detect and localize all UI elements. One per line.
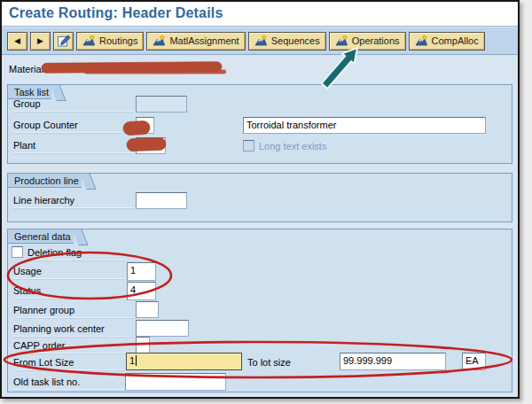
usage-field[interactable]: 1 bbox=[127, 262, 156, 281]
screenshot-stage: Create Routing: Header Details ◀ ▶ bbox=[0, 0, 532, 404]
next-screen-button[interactable]: ▶ bbox=[30, 32, 51, 50]
text-cursor bbox=[136, 355, 137, 366]
line-hierarchy-label: Line hierarchy bbox=[13, 194, 134, 208]
to-lot-size-field[interactable]: 99.999.999 bbox=[340, 353, 446, 370]
sequences-button[interactable]: Sequences bbox=[248, 32, 326, 50]
routings-button[interactable]: Routings bbox=[76, 32, 144, 50]
task-list-tab: Task list bbox=[7, 84, 51, 99]
old-task-list-label: Old task list no. bbox=[13, 376, 125, 390]
long-text-exists-checkbox[interactable] bbox=[243, 140, 254, 152]
previous-screen-button[interactable]: ◀ bbox=[7, 32, 27, 50]
task-list-groupbox: Task list Group Group Counter 1 Plant To… bbox=[7, 84, 512, 164]
person-overview-icon bbox=[153, 35, 166, 46]
group-counter-field[interactable]: 1 bbox=[136, 117, 154, 134]
planner-group-label: Planner group bbox=[13, 304, 134, 318]
plant-field[interactable] bbox=[136, 137, 166, 154]
from-lot-size-label: From Lot Size bbox=[13, 356, 124, 370]
title-bar: Create Routing: Header Details bbox=[2, 2, 518, 27]
person-overview-icon bbox=[82, 35, 96, 46]
group-counter-label: Group Counter bbox=[13, 119, 134, 133]
arrow-left-icon: ◀ bbox=[14, 36, 20, 45]
material-label: Material bbox=[9, 63, 43, 77]
sequences-button-label: Sequences bbox=[271, 35, 320, 46]
operations-button[interactable]: Operations bbox=[329, 32, 406, 50]
comp-alloc-button[interactable]: CompAlloc bbox=[409, 32, 485, 50]
application-toolbar: ◀ ▶ Routings bbox=[2, 27, 518, 55]
general-data-tab: General data bbox=[7, 229, 74, 244]
unit-field[interactable]: EA bbox=[462, 353, 486, 370]
status-field[interactable]: 4 bbox=[127, 282, 156, 300]
material-assignment-button[interactable]: MatlAssignment bbox=[146, 32, 245, 50]
from-lot-size-value: 1 bbox=[129, 355, 135, 366]
old-task-list-field[interactable] bbox=[125, 373, 226, 391]
comp-alloc-button-label: CompAlloc bbox=[432, 35, 479, 46]
status-label: Status bbox=[13, 284, 125, 299]
planning-work-center-label: Planning work center bbox=[13, 322, 134, 337]
person-overview-icon bbox=[335, 35, 348, 46]
production-line-groupbox: Production line Line hierarchy bbox=[7, 173, 512, 222]
edit-note-icon bbox=[57, 35, 71, 48]
production-line-tab: Production line bbox=[7, 173, 82, 188]
planner-group-field[interactable] bbox=[136, 301, 159, 318]
person-overview-icon bbox=[415, 35, 428, 46]
to-lot-size-label: To lot size bbox=[247, 356, 291, 370]
arrow-right-icon: ▶ bbox=[37, 36, 43, 45]
group-field[interactable] bbox=[136, 96, 187, 113]
general-data-groupbox: General data Deletion flag Usage 1 Statu… bbox=[7, 229, 512, 392]
display-change-button[interactable] bbox=[53, 32, 74, 50]
material-assignment-button-label: MatlAssignment bbox=[169, 35, 239, 46]
plant-label: Plant bbox=[13, 139, 134, 153]
routings-button-label: Routings bbox=[99, 35, 137, 46]
capp-order-label: CAPP order bbox=[13, 339, 134, 354]
operations-button-label: Operations bbox=[352, 35, 400, 46]
page-title: Create Routing: Header Details bbox=[9, 5, 223, 21]
line-hierarchy-field[interactable] bbox=[136, 192, 187, 209]
long-text-exists-label: Long text exists bbox=[259, 140, 326, 154]
routing-description-field[interactable]: Torroidal transformer bbox=[243, 117, 486, 134]
person-overview-icon bbox=[254, 35, 268, 46]
deletion-flag-checkbox[interactable] bbox=[12, 246, 23, 258]
capp-order-field[interactable] bbox=[136, 337, 150, 354]
planning-work-center-field[interactable] bbox=[136, 320, 189, 337]
usage-label: Usage bbox=[13, 265, 125, 279]
deletion-flag-label: Deletion flag bbox=[27, 246, 134, 260]
from-lot-size-field[interactable]: 1 bbox=[126, 353, 242, 370]
group-label: Group bbox=[13, 97, 134, 112]
